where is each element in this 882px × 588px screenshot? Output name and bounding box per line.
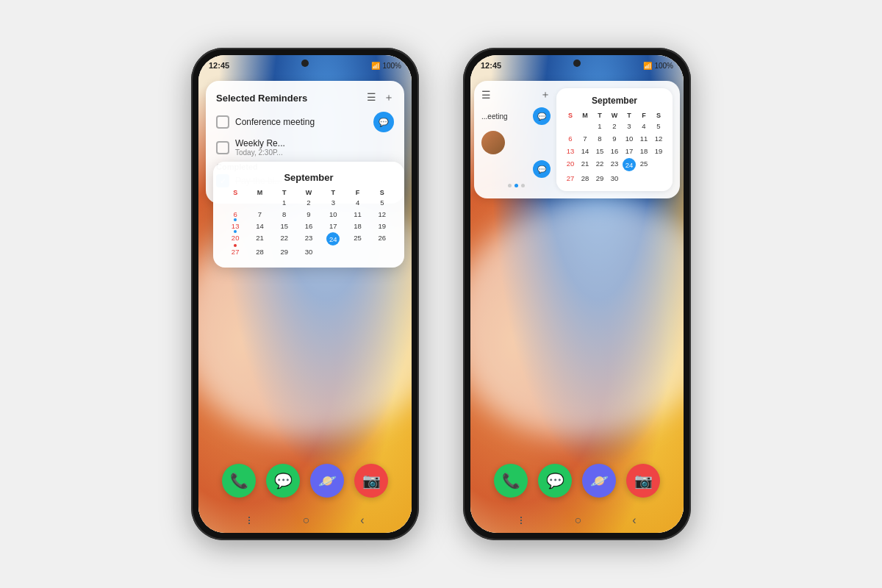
list-icon[interactable]: ☰	[367, 91, 376, 104]
rcal-h-t1: T	[593, 112, 606, 119]
rcal-23[interactable]: 23	[608, 158, 621, 171]
nav-recents-left[interactable]: ⫶	[246, 514, 252, 527]
cal-day-23[interactable]: 23	[297, 232, 320, 245]
cal-day-4[interactable]: 4	[345, 197, 369, 208]
cal-day-27[interactable]: 27	[223, 246, 247, 257]
cal-day-17[interactable]: 17	[321, 220, 345, 232]
list-icon-right[interactable]: ☰	[481, 89, 491, 101]
nav-back-left[interactable]: ‹	[360, 514, 364, 527]
nav-home-left[interactable]: ○	[303, 514, 310, 527]
cal-day-8[interactable]: 8	[273, 209, 296, 220]
rcal-12[interactable]: 12	[652, 133, 665, 144]
rcal-15[interactable]: 15	[593, 146, 606, 157]
nav-back-right[interactable]: ‹	[632, 514, 636, 527]
dock-camera-left[interactable]: 📷	[354, 464, 388, 498]
dot-3	[521, 184, 525, 187]
cal-day-24-today[interactable]: 24	[326, 232, 340, 245]
reminder-item-1[interactable]: Conference meeting 💬	[216, 112, 394, 132]
rcal-5[interactable]: 5	[652, 121, 665, 132]
cal-day-28[interactable]: 28	[248, 246, 271, 257]
mini-reminder-3[interactable]: 💬	[481, 160, 551, 178]
cal-day-6[interactable]: 6	[223, 209, 247, 220]
phone-body-right: 12:45 📶 100% ☰ ＋ ...eeting	[463, 48, 691, 540]
dock-phone-left[interactable]: 📞	[222, 464, 256, 498]
cal-day-2[interactable]: 2	[297, 197, 320, 208]
dock-camera-right[interactable]: 📷	[626, 464, 660, 498]
rcal-9[interactable]: 9	[608, 133, 621, 144]
cal-day-13[interactable]: 13	[223, 220, 247, 232]
rcal-21[interactable]: 21	[578, 158, 592, 171]
rcal-1[interactable]: 1	[593, 121, 606, 132]
status-bar-left: 12:45 📶 100%	[198, 55, 412, 76]
dock-phone-right[interactable]: 📞	[494, 464, 528, 498]
add-icon-right[interactable]: ＋	[540, 88, 551, 101]
cal-day-3[interactable]: 3	[321, 197, 345, 208]
nav-home-right[interactable]: ○	[575, 514, 582, 527]
cal-day-19[interactable]: 19	[370, 220, 394, 232]
rcal-10[interactable]: 10	[623, 133, 636, 144]
cal-day-15[interactable]: 15	[273, 220, 296, 232]
dock-right: 📞 💬 🪐 📷	[494, 464, 660, 498]
rcal-20[interactable]: 20	[564, 158, 577, 171]
rcal-13[interactable]: 13	[564, 146, 577, 157]
rcal-8[interactable]: 8	[593, 133, 606, 144]
rcal-4[interactable]: 4	[637, 121, 650, 132]
cal-day-26[interactable]: 26	[370, 232, 394, 245]
cal-day-16[interactable]: 16	[297, 220, 320, 232]
checkbox-1[interactable]	[216, 115, 229, 129]
cal-day-7[interactable]: 7	[248, 209, 271, 220]
dock-planet-right[interactable]: 🪐	[582, 464, 616, 498]
rcal-2[interactable]: 2	[608, 121, 621, 132]
rcal-16[interactable]: 16	[608, 146, 621, 157]
add-icon[interactable]: ＋	[384, 91, 394, 104]
cal-day-1[interactable]: 1	[273, 197, 296, 208]
checkbox-2[interactable]	[216, 141, 229, 154]
cal-day-5[interactable]: 5	[370, 197, 394, 208]
nav-recents-right[interactable]: ⫶	[518, 514, 524, 527]
cal-day-empty2	[248, 197, 271, 208]
status-bar-right: 12:45 📶 100%	[470, 55, 684, 76]
calendar-popup[interactable]: September S M T W T F S 1 2	[213, 162, 404, 268]
rcal-19[interactable]: 19	[652, 146, 665, 157]
dock-planet-left[interactable]: 🪐	[310, 464, 344, 498]
cal-day-10[interactable]: 10	[321, 209, 345, 220]
rcal-18[interactable]: 18	[637, 146, 650, 157]
rcal-empty1	[564, 121, 577, 132]
cal-day-20[interactable]: 20	[223, 232, 247, 245]
mini-reminder-1[interactable]: ...eeting 💬	[481, 107, 551, 125]
cal-day-11[interactable]: 11	[345, 209, 369, 220]
cal-day-18[interactable]: 18	[345, 220, 369, 232]
rcal-7[interactable]: 7	[578, 133, 592, 144]
rcal-25[interactable]: 25	[637, 158, 650, 171]
combined-right-panel[interactable]: September S M T W T F S 1 2 3	[556, 88, 673, 191]
cal-day-12[interactable]: 12	[370, 209, 394, 220]
cal-day-30[interactable]: 30	[297, 246, 320, 257]
dots-row	[481, 184, 551, 187]
cal-day-29[interactable]: 29	[273, 246, 296, 257]
rcal-11[interactable]: 11	[637, 133, 650, 144]
rcal-28[interactable]: 28	[578, 173, 592, 184]
screen-left: 12:45 📶 100% Selected Reminders ☰ ＋	[198, 55, 412, 533]
rcal-14[interactable]: 14	[578, 146, 592, 157]
cal-day-empty3	[321, 246, 345, 257]
rcal-3[interactable]: 3	[623, 121, 636, 132]
cal-day-14[interactable]: 14	[248, 220, 271, 232]
cal-day-21[interactable]: 21	[248, 232, 271, 245]
cal-grid: S M T W T F S 1 2 3 4 5	[223, 189, 394, 257]
rcal-29[interactable]: 29	[593, 173, 606, 184]
dock-chat-left[interactable]: 💬	[266, 464, 300, 498]
rcal-30[interactable]: 30	[608, 173, 621, 184]
rcal-22[interactable]: 22	[593, 158, 606, 171]
rcal-17[interactable]: 17	[623, 146, 636, 157]
cal-day-22[interactable]: 22	[273, 232, 296, 245]
rcal-24-today[interactable]: 24	[623, 158, 636, 171]
cal-day-25[interactable]: 25	[345, 232, 369, 245]
dock-chat-right[interactable]: 💬	[538, 464, 572, 498]
mini-reminder-2[interactable]	[481, 131, 551, 154]
combined-widget[interactable]: ☰ ＋ ...eeting 💬 💬	[474, 81, 680, 198]
rcal-27[interactable]: 27	[564, 173, 577, 184]
cal-day-9[interactable]: 9	[297, 209, 320, 220]
rcal-6[interactable]: 6	[564, 133, 577, 144]
reminder-item-2[interactable]: Weekly Re... Today, 2:30P...	[216, 138, 394, 157]
battery-right: 100%	[654, 62, 673, 70]
